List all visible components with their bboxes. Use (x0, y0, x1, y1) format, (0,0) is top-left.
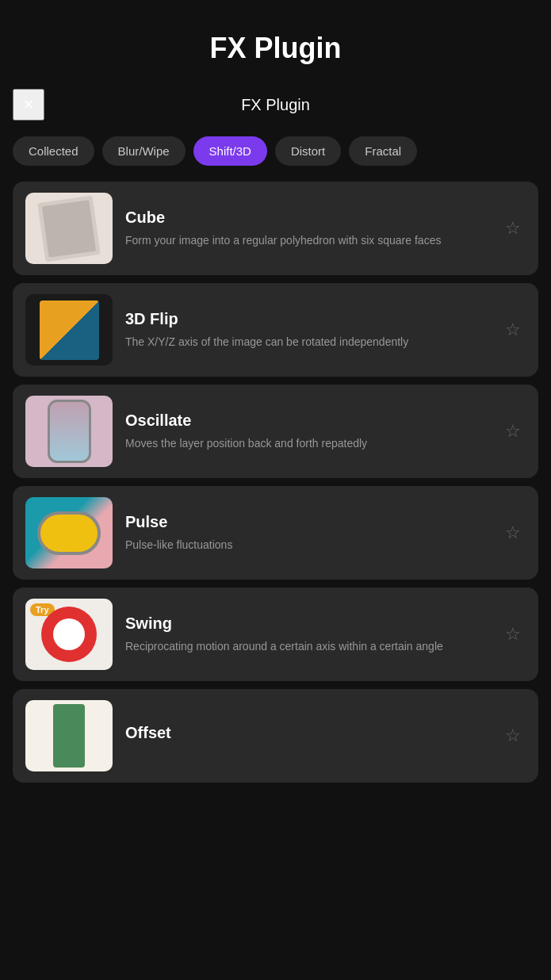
plugin-name-oscillate: Oscillate (125, 412, 488, 430)
plugin-name-offset: Offset (125, 724, 488, 742)
plugin-item-swing[interactable]: Try Swing Reciprocating motion around a … (13, 588, 538, 681)
page-title: FX Plugin (16, 32, 535, 65)
star-icon-cube: ☆ (505, 218, 521, 239)
star-button-oscillate[interactable]: ☆ (500, 419, 526, 444)
star-icon-oscillate: ☆ (505, 421, 521, 442)
star-icon-3dflip: ☆ (505, 320, 521, 340)
plugin-thumb-oscillate (25, 396, 113, 467)
plugin-thumb-pulse (25, 497, 113, 568)
plugin-list: Cube Form your image into a regular poly… (0, 182, 551, 806)
tab-shift-3d[interactable]: Shift/3D (193, 136, 267, 166)
close-button[interactable]: × (13, 89, 44, 121)
star-button-offset[interactable]: ☆ (500, 723, 526, 748)
plugin-name-swing: Swing (125, 614, 488, 633)
plugin-info-3dflip: 3D Flip The X/Y/Z axis of the image can … (125, 310, 488, 350)
plugin-info-offset: Offset (125, 724, 488, 748)
tab-collected[interactable]: Collected (13, 136, 94, 166)
plugin-info-cube: Cube Form your image into a regular poly… (125, 209, 488, 249)
plugin-thumb-cube (25, 193, 113, 264)
thumb-cube-graphic (37, 195, 101, 262)
thumb-swing-graphic (41, 607, 97, 662)
thumb-3dflip-graphic (40, 301, 99, 360)
plugin-name-cube: Cube (125, 209, 488, 227)
plugin-thumb-swing: Try (25, 599, 113, 670)
plugin-item-pulse[interactable]: Pulse Pulse-like fluctuations ☆ (13, 486, 538, 580)
nav-bar: × FX Plugin (0, 89, 551, 133)
plugin-name-pulse: Pulse (125, 513, 488, 531)
plugin-item-cube[interactable]: Cube Form your image into a regular poly… (13, 182, 538, 275)
tab-fractal[interactable]: Fractal (349, 136, 417, 166)
thumb-pulse-graphic (37, 511, 101, 555)
tab-distort[interactable]: Distort (275, 136, 341, 166)
plugin-desc-3dflip: The X/Y/Z axis of the image can be rotat… (125, 335, 488, 350)
plugin-item-oscillate[interactable]: Oscillate Moves the layer position back … (13, 385, 538, 478)
plugin-thumb-3dflip (25, 294, 113, 366)
header: FX Plugin (0, 0, 551, 89)
thumb-offset-graphic (53, 704, 85, 768)
plugin-desc-cube: Form your image into a regular polyhedro… (125, 233, 488, 249)
star-button-swing[interactable]: ☆ (500, 622, 526, 647)
plugin-desc-pulse: Pulse-like fluctuations (125, 538, 488, 553)
plugin-desc-swing: Reciprocating motion around a certain ax… (125, 639, 488, 655)
star-button-3dflip[interactable]: ☆ (500, 317, 526, 343)
tab-blur-wipe[interactable]: Blur/Wipe (102, 136, 186, 166)
thumb-oscillate-graphic (48, 400, 91, 463)
close-icon: × (24, 94, 34, 115)
plugin-info-oscillate: Oscillate Moves the layer position back … (125, 412, 488, 452)
plugin-desc-oscillate: Moves the layer position back and forth … (125, 436, 488, 452)
star-button-pulse[interactable]: ☆ (500, 520, 526, 546)
tabs-container: Collected Blur/Wipe Shift/3D Distort Fra… (0, 133, 551, 182)
star-button-cube[interactable]: ☆ (500, 216, 526, 241)
plugin-name-3dflip: 3D Flip (125, 310, 488, 328)
star-icon-swing: ☆ (505, 624, 521, 645)
plugin-info-pulse: Pulse Pulse-like fluctuations (125, 513, 488, 553)
star-icon-pulse: ☆ (505, 523, 521, 543)
plugin-thumb-offset (25, 700, 113, 771)
star-icon-offset: ☆ (505, 725, 521, 746)
nav-title: FX Plugin (44, 96, 507, 114)
plugin-item-3dflip[interactable]: 3D Flip The X/Y/Z axis of the image can … (13, 283, 538, 377)
plugin-item-offset[interactable]: Offset ☆ (13, 689, 538, 783)
plugin-info-swing: Swing Reciprocating motion around a cert… (125, 614, 488, 655)
